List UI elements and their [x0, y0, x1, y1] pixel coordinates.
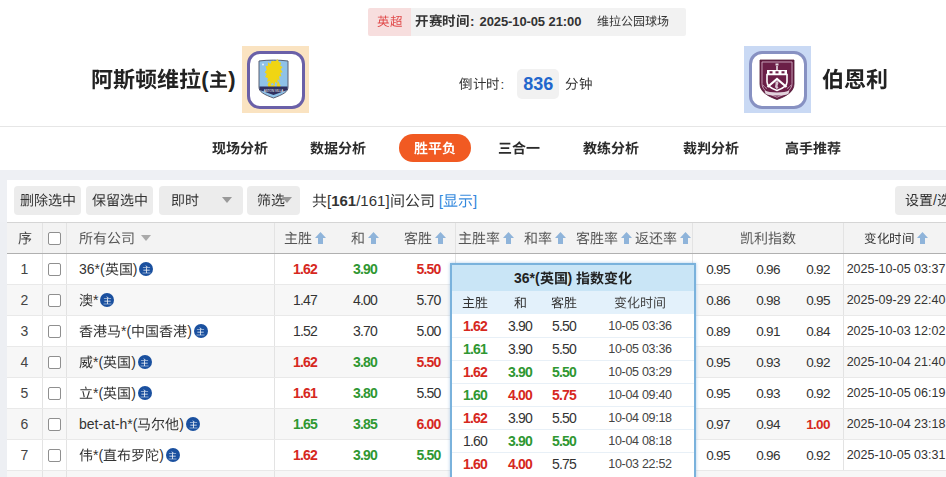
svg-text:ASTON VILLA: ASTON VILLA	[264, 89, 283, 93]
